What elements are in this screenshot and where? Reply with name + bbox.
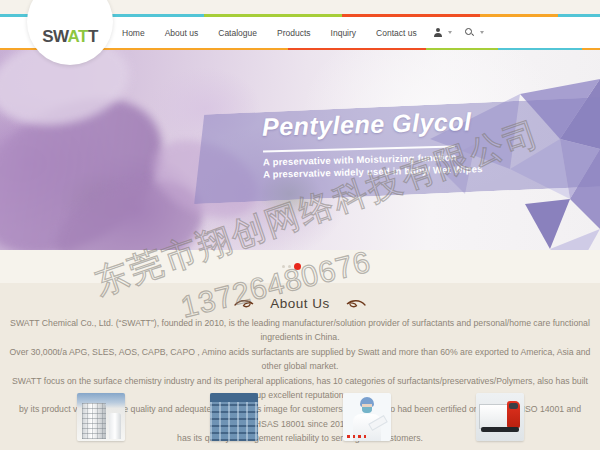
nav-item-catalogue[interactable]: Catalogue [208, 28, 267, 38]
about-gallery [0, 393, 600, 441]
chevron-down-icon [480, 31, 484, 34]
logo-text: SWATT [27, 27, 113, 47]
carousel-dot[interactable] [282, 265, 285, 268]
about-heading: About Us [270, 296, 330, 311]
nav-item-about-us[interactable]: About us [155, 28, 209, 38]
about-line: SWATT Chemical Co., Ltd. (“SWATT”), foun… [8, 316, 592, 345]
hero-title: Pentylene Glycol [262, 107, 472, 141]
about-line: Over 30,000t/a APG, SLES, AOS, CAPB, CAP… [8, 345, 592, 374]
nav-icon-group [433, 27, 484, 38]
lab-research-photo[interactable] [343, 393, 391, 441]
logistics-truck-photo[interactable] [476, 393, 524, 441]
carousel-dot[interactable] [288, 265, 291, 268]
nav-item-contact-us[interactable]: Contact us [366, 28, 427, 38]
user-account-icon[interactable] [433, 28, 443, 38]
hero-banner: Pentylene Glycol A preservative with Moi… [0, 49, 600, 250]
nav-item-products[interactable]: Products [267, 28, 321, 38]
about-section: About Us SWATT Chemical Co., Ltd. (“SWAT… [0, 283, 600, 450]
swatt-homepage: Home About us Catalogue Products Inquiry… [0, 0, 600, 450]
nav-item-inquiry[interactable]: Inquiry [321, 28, 367, 38]
search-icon[interactable] [464, 27, 475, 38]
about-heading-row: About Us [0, 296, 600, 311]
industrial-equipment-photo[interactable] [210, 393, 258, 441]
nav-item-home[interactable]: Home [112, 28, 155, 38]
main-nav: Home About us Catalogue Products Inquiry… [112, 17, 484, 48]
carousel-dot[interactable] [294, 263, 301, 270]
ornament-curl-left [234, 298, 261, 309]
carousel-dots [282, 261, 301, 271]
ornament-curl-right [339, 298, 366, 309]
chevron-down-icon [448, 31, 452, 34]
factory-tanks-photo[interactable] [77, 393, 125, 441]
